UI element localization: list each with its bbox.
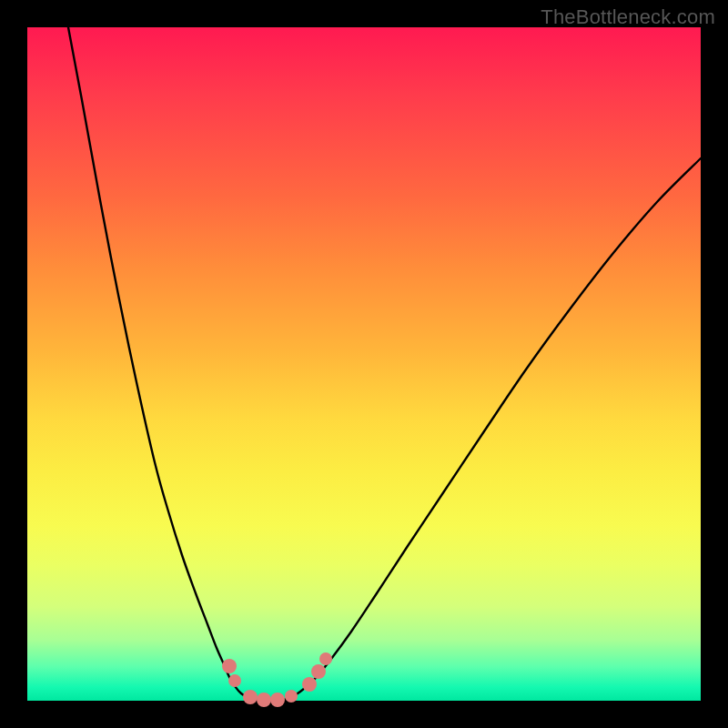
bottom-marker-dot — [222, 659, 237, 673]
curve-right-branch — [275, 158, 701, 701]
bottom-marker-dot — [302, 677, 317, 692]
bottom-marker-dot — [319, 652, 332, 665]
bottom-marker-group — [222, 652, 332, 707]
bottom-marker-dot — [285, 690, 298, 703]
watermark-text: TheBottleneck.com — [541, 5, 715, 29]
curve-overlay — [27, 27, 701, 701]
bottom-marker-dot — [243, 690, 258, 704]
bottom-marker-dot — [270, 693, 285, 707]
bottom-marker-dot — [257, 693, 271, 707]
curve-left-branch — [68, 27, 275, 701]
bottom-marker-dot — [228, 674, 241, 687]
bottom-marker-dot — [311, 664, 326, 679]
